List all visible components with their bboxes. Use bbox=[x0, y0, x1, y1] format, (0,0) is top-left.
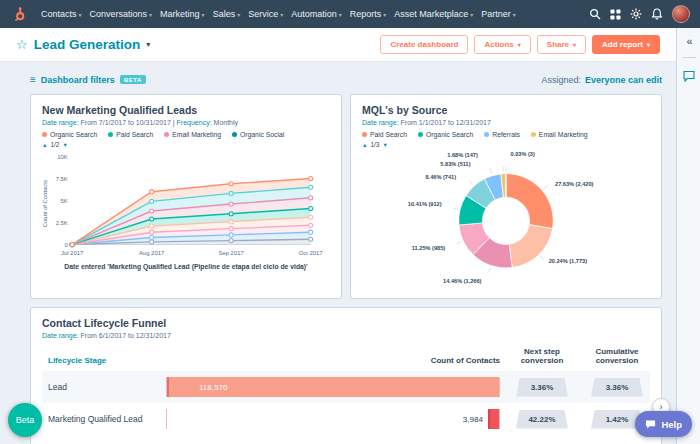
legend-prev-icon[interactable]: ▲ bbox=[42, 142, 47, 148]
svg-text:10K: 10K bbox=[57, 154, 68, 160]
cumulative-conversion-cell: 3.36% bbox=[591, 378, 643, 397]
funnel-bar[interactable] bbox=[488, 409, 499, 429]
actions-button[interactable]: Actions▾ bbox=[474, 35, 530, 54]
nav-menu: Contacts▾Conversations▾Marketing▾Sales▾S… bbox=[37, 9, 520, 19]
marketplace-icon[interactable] bbox=[610, 9, 621, 20]
report-title: New Marketing Qualified Leads bbox=[42, 104, 330, 116]
legend-dot bbox=[42, 132, 47, 137]
legend-item[interactable]: Referrals bbox=[484, 131, 520, 138]
chevron-down-icon: ▾ bbox=[647, 41, 650, 48]
legend-item[interactable]: Paid Search bbox=[362, 131, 407, 138]
comments-icon[interactable] bbox=[683, 68, 695, 86]
legend-next-icon[interactable]: ▼ bbox=[383, 142, 388, 148]
chevron-down-icon: ▾ bbox=[518, 41, 521, 48]
nav-item-label: Sales bbox=[213, 9, 236, 19]
chevron-down-icon[interactable]: ▾ bbox=[146, 40, 150, 49]
dashboard-filters-label: Dashboard filters bbox=[41, 75, 115, 85]
funnel-bar-area: 3,984 bbox=[166, 409, 500, 429]
chevron-down-icon: ▾ bbox=[339, 11, 342, 18]
report-subtitle: Date range: From 1/1/2017 to 12/31/2017 bbox=[362, 119, 650, 126]
hubspot-logo[interactable] bbox=[10, 6, 27, 23]
notifications-bell-icon[interactable] bbox=[651, 8, 663, 20]
legend-dot bbox=[362, 132, 367, 137]
nav-item-conversations[interactable]: Conversations▾ bbox=[86, 9, 157, 19]
legend-prev-icon[interactable]: ▲ bbox=[362, 142, 367, 148]
beta-fab-label: Beta bbox=[16, 415, 35, 425]
share-label: Share bbox=[547, 40, 569, 49]
svg-text:5K: 5K bbox=[61, 198, 68, 204]
chevron-down-icon: ▾ bbox=[79, 11, 82, 18]
svg-text:0.03% (3): 0.03% (3) bbox=[511, 151, 535, 157]
date-range-value: From 6/1/2017 to 12/31/2017 bbox=[81, 332, 171, 339]
beta-fab-button[interactable]: Beta bbox=[8, 403, 42, 437]
legend-next-icon[interactable]: ▼ bbox=[63, 142, 68, 148]
legend-item[interactable]: Organic Search bbox=[418, 131, 473, 138]
legend-label: Paid Search bbox=[370, 131, 407, 138]
date-range-label: Date range: bbox=[42, 119, 79, 126]
funnel-row: Lead118,5703.36%3.36% bbox=[42, 371, 650, 403]
chevron-down-icon: ▾ bbox=[202, 11, 205, 18]
nav-item-label: Conversations bbox=[90, 9, 148, 19]
nav-item-label: Partner bbox=[481, 9, 511, 19]
right-rail: « bbox=[676, 28, 700, 444]
nav-item-service[interactable]: Service▾ bbox=[244, 9, 287, 19]
nav-item-asset-marketplace[interactable]: Asset Marketplace▾ bbox=[390, 9, 477, 19]
nav-item-contacts[interactable]: Contacts▾ bbox=[37, 9, 86, 19]
legend-dot bbox=[164, 132, 169, 137]
svg-text:Sep 2017: Sep 2017 bbox=[219, 250, 244, 256]
dashboard-content: ≡ Dashboard filters BETA Assigned: Every… bbox=[0, 62, 676, 444]
nav-item-sales[interactable]: Sales▾ bbox=[209, 9, 245, 19]
mql-donut-chart[interactable]: 27.63% (2,420)20.24% (1,773)14.46% (1,26… bbox=[362, 150, 650, 288]
funnel-bar-area: 118,570 bbox=[166, 377, 500, 397]
nav-item-label: Contacts bbox=[41, 9, 77, 19]
dashboard-header: ☆ Lead Generation ▾ Create dashboard Act… bbox=[0, 28, 676, 62]
page-title[interactable]: Lead Generation bbox=[34, 37, 141, 52]
avatar[interactable] bbox=[672, 5, 690, 23]
settings-gear-icon[interactable] bbox=[630, 8, 642, 20]
favorite-star-icon[interactable]: ☆ bbox=[16, 37, 28, 52]
nav-item-marketing[interactable]: Marketing▾ bbox=[156, 9, 209, 19]
nav-item-label: Reports bbox=[350, 9, 382, 19]
add-report-button[interactable]: Add report▾ bbox=[592, 35, 660, 54]
search-icon[interactable] bbox=[589, 8, 601, 20]
create-dashboard-label: Create dashboard bbox=[390, 40, 458, 49]
help-button[interactable]: Help bbox=[635, 411, 692, 437]
legend-item[interactable]: Organic Search bbox=[42, 131, 97, 138]
filters-bar: ≡ Dashboard filters BETA Assigned: Every… bbox=[30, 74, 662, 85]
donut-chart-legend: Paid SearchOrganic SearchReferralsEmail … bbox=[362, 131, 650, 138]
legend-item[interactable]: Organic Social bbox=[232, 131, 284, 138]
legend-label: Referrals bbox=[492, 131, 520, 138]
legend-item[interactable]: Paid Search bbox=[108, 131, 153, 138]
chevron-down-icon: ▾ bbox=[149, 11, 152, 18]
svg-text:0: 0 bbox=[65, 242, 69, 248]
nav-item-automation[interactable]: Automation▾ bbox=[287, 9, 346, 19]
share-button[interactable]: Share▾ bbox=[537, 35, 586, 54]
report-subtitle: Date range: From 6/1/2017 to 12/31/2017 bbox=[42, 332, 650, 339]
date-range-value: From 1/1/2017 to 12/31/2017 bbox=[401, 119, 491, 126]
nav-item-label: Marketing bbox=[160, 9, 200, 19]
nav-item-reports[interactable]: Reports▾ bbox=[346, 9, 391, 19]
nav-right-icons bbox=[589, 5, 690, 23]
collapse-panel-icon[interactable]: « bbox=[686, 36, 690, 47]
nav-item-partner[interactable]: Partner▾ bbox=[477, 9, 520, 19]
mql-area-chart[interactable]: 10K7.5K5K2.5K0Jul 2017Aug 2017Sep 2017Oc… bbox=[42, 150, 330, 262]
dashboard-filters-toggle[interactable]: ≡ Dashboard filters BETA bbox=[30, 74, 146, 85]
funnel-bar[interactable]: 118,570 bbox=[167, 377, 499, 397]
report-cards-row: New Marketing Qualified Leads Date range… bbox=[30, 94, 662, 299]
legend-label: Paid Search bbox=[116, 131, 153, 138]
assigned-label: Assigned: bbox=[541, 75, 581, 85]
legend-item[interactable]: Email Marketing bbox=[531, 131, 588, 138]
legend-dot bbox=[531, 132, 536, 137]
svg-text:14.46% (1,266): 14.46% (1,266) bbox=[443, 278, 481, 284]
legend-dot bbox=[232, 132, 237, 137]
svg-text:5.83% (511): 5.83% (511) bbox=[440, 161, 470, 167]
frequency-label: Frequency: bbox=[177, 119, 212, 126]
create-dashboard-button[interactable]: Create dashboard bbox=[380, 35, 468, 54]
svg-text:Aug 2017: Aug 2017 bbox=[139, 250, 164, 256]
assigned-value-link[interactable]: Everyone can edit bbox=[585, 75, 662, 85]
legend-item[interactable]: Email Marketing bbox=[164, 131, 221, 138]
legend-dot bbox=[108, 132, 113, 137]
svg-text:10.41% (912): 10.41% (912) bbox=[408, 201, 442, 207]
funnel-count: 3,984 bbox=[463, 415, 483, 424]
top-nav: Contacts▾Conversations▾Marketing▾Sales▾S… bbox=[0, 0, 700, 28]
